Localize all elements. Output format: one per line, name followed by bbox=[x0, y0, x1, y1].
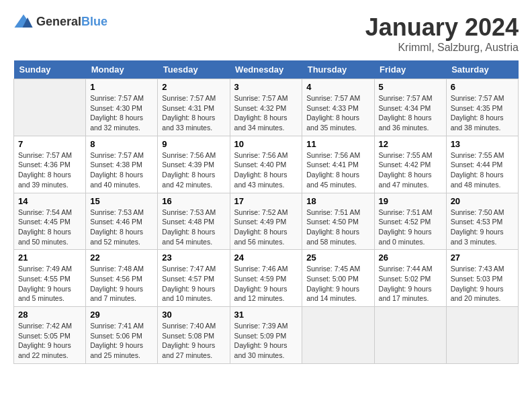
day-info: Sunrise: 7:44 AMSunset: 5:02 PMDaylight:… bbox=[379, 264, 442, 304]
day-header-sunday: Sunday bbox=[14, 60, 86, 79]
day-number: 22 bbox=[90, 253, 153, 263]
day-header-monday: Monday bbox=[86, 60, 158, 79]
day-info: Sunrise: 7:40 AMSunset: 5:08 PMDaylight:… bbox=[162, 321, 225, 361]
day-info: Sunrise: 7:57 AMSunset: 4:33 PMDaylight:… bbox=[306, 93, 369, 133]
day-info: Sunrise: 7:43 AMSunset: 5:03 PMDaylight:… bbox=[451, 264, 514, 304]
day-number: 2 bbox=[162, 82, 225, 92]
day-cell: 10Sunrise: 7:56 AMSunset: 4:40 PMDayligh… bbox=[230, 136, 302, 193]
day-cell: 8Sunrise: 7:57 AMSunset: 4:38 PMDaylight… bbox=[86, 136, 158, 193]
day-number: 20 bbox=[451, 196, 514, 206]
day-number: 4 bbox=[306, 82, 369, 92]
day-info: Sunrise: 7:52 AMSunset: 4:49 PMDaylight:… bbox=[234, 208, 298, 247]
logo-blue: Blue bbox=[81, 15, 107, 28]
day-number: 26 bbox=[379, 253, 442, 263]
day-cell: 13Sunrise: 7:55 AMSunset: 4:44 PMDayligh… bbox=[446, 136, 518, 193]
day-number: 6 bbox=[451, 82, 514, 92]
day-info: Sunrise: 7:55 AMSunset: 4:44 PMDaylight:… bbox=[451, 150, 514, 190]
day-number: 1 bbox=[90, 82, 153, 92]
day-header-wednesday: Wednesday bbox=[230, 60, 302, 79]
day-cell: 2Sunrise: 7:57 AMSunset: 4:31 PMDaylight… bbox=[158, 79, 230, 136]
day-cell: 19Sunrise: 7:51 AMSunset: 4:52 PMDayligh… bbox=[374, 193, 446, 250]
day-info: Sunrise: 7:57 AMSunset: 4:34 PMDaylight:… bbox=[379, 93, 442, 133]
day-cell: 14Sunrise: 7:54 AMSunset: 4:45 PMDayligh… bbox=[14, 193, 86, 250]
day-cell: 15Sunrise: 7:53 AMSunset: 4:46 PMDayligh… bbox=[86, 193, 158, 250]
day-number: 3 bbox=[234, 82, 298, 92]
day-number: 25 bbox=[306, 253, 369, 263]
day-cell: 27Sunrise: 7:43 AMSunset: 5:03 PMDayligh… bbox=[446, 250, 518, 307]
day-number: 7 bbox=[18, 139, 81, 149]
day-number: 21 bbox=[18, 253, 81, 263]
day-cell: 16Sunrise: 7:53 AMSunset: 4:48 PMDayligh… bbox=[158, 193, 230, 250]
day-cell: 21Sunrise: 7:49 AMSunset: 4:55 PMDayligh… bbox=[14, 250, 86, 307]
main-title: January 2024 bbox=[365, 13, 519, 42]
week-row-2: 14Sunrise: 7:54 AMSunset: 4:45 PMDayligh… bbox=[14, 193, 519, 250]
day-info: Sunrise: 7:41 AMSunset: 5:06 PMDaylight:… bbox=[90, 321, 153, 361]
day-cell bbox=[14, 79, 86, 136]
day-cell: 4Sunrise: 7:57 AMSunset: 4:33 PMDaylight… bbox=[302, 79, 374, 136]
day-cell: 20Sunrise: 7:50 AMSunset: 4:53 PMDayligh… bbox=[446, 193, 518, 250]
week-row-1: 7Sunrise: 7:57 AMSunset: 4:36 PMDaylight… bbox=[14, 136, 519, 193]
day-number: 9 bbox=[162, 139, 225, 149]
day-cell bbox=[374, 307, 446, 364]
day-cell: 24Sunrise: 7:46 AMSunset: 4:59 PMDayligh… bbox=[230, 250, 302, 307]
day-number: 30 bbox=[162, 310, 225, 320]
day-header-thursday: Thursday bbox=[302, 60, 374, 79]
calendar-header: SundayMondayTuesdayWednesdayThursdayFrid… bbox=[14, 60, 519, 79]
day-info: Sunrise: 7:55 AMSunset: 4:42 PMDaylight:… bbox=[379, 150, 442, 190]
day-cell: 6Sunrise: 7:57 AMSunset: 4:35 PMDaylight… bbox=[446, 79, 518, 136]
title-area: January 2024 Krimml, Salzburg, Austria bbox=[365, 13, 519, 54]
day-info: Sunrise: 7:57 AMSunset: 4:36 PMDaylight:… bbox=[18, 150, 81, 190]
day-cell: 28Sunrise: 7:42 AMSunset: 5:05 PMDayligh… bbox=[14, 307, 86, 364]
day-cell: 26Sunrise: 7:44 AMSunset: 5:02 PMDayligh… bbox=[374, 250, 446, 307]
day-cell bbox=[302, 307, 374, 364]
day-info: Sunrise: 7:54 AMSunset: 4:45 PMDaylight:… bbox=[18, 208, 81, 247]
day-header-friday: Friday bbox=[374, 60, 446, 79]
day-cell: 31Sunrise: 7:39 AMSunset: 5:09 PMDayligh… bbox=[230, 307, 302, 364]
day-number: 18 bbox=[306, 196, 369, 206]
day-number: 16 bbox=[162, 196, 225, 206]
day-info: Sunrise: 7:57 AMSunset: 4:31 PMDaylight:… bbox=[162, 93, 225, 133]
day-info: Sunrise: 7:53 AMSunset: 4:48 PMDaylight:… bbox=[162, 208, 225, 247]
day-info: Sunrise: 7:47 AMSunset: 4:57 PMDaylight:… bbox=[162, 264, 225, 304]
day-number: 11 bbox=[306, 139, 369, 149]
day-info: Sunrise: 7:53 AMSunset: 4:46 PMDaylight:… bbox=[90, 208, 153, 247]
day-cell: 1Sunrise: 7:57 AMSunset: 4:30 PMDaylight… bbox=[86, 79, 158, 136]
day-cell: 18Sunrise: 7:51 AMSunset: 4:50 PMDayligh… bbox=[302, 193, 374, 250]
day-info: Sunrise: 7:39 AMSunset: 5:09 PMDaylight:… bbox=[234, 321, 298, 361]
week-row-3: 21Sunrise: 7:49 AMSunset: 4:55 PMDayligh… bbox=[14, 250, 519, 307]
day-info: Sunrise: 7:45 AMSunset: 5:00 PMDaylight:… bbox=[306, 264, 369, 304]
logo: GeneralBlue bbox=[13, 13, 107, 30]
day-cell: 23Sunrise: 7:47 AMSunset: 4:57 PMDayligh… bbox=[158, 250, 230, 307]
week-row-0: 1Sunrise: 7:57 AMSunset: 4:30 PMDaylight… bbox=[14, 79, 519, 136]
day-header-row: SundayMondayTuesdayWednesdayThursdayFrid… bbox=[14, 60, 519, 79]
day-cell: 3Sunrise: 7:57 AMSunset: 4:32 PMDaylight… bbox=[230, 79, 302, 136]
day-info: Sunrise: 7:48 AMSunset: 4:56 PMDaylight:… bbox=[90, 264, 153, 304]
day-number: 13 bbox=[451, 139, 514, 149]
day-info: Sunrise: 7:57 AMSunset: 4:38 PMDaylight:… bbox=[90, 150, 153, 190]
day-info: Sunrise: 7:46 AMSunset: 4:59 PMDaylight:… bbox=[234, 264, 298, 304]
day-info: Sunrise: 7:51 AMSunset: 4:52 PMDaylight:… bbox=[379, 208, 442, 247]
day-cell: 25Sunrise: 7:45 AMSunset: 5:00 PMDayligh… bbox=[302, 250, 374, 307]
day-cell: 9Sunrise: 7:56 AMSunset: 4:39 PMDaylight… bbox=[158, 136, 230, 193]
day-info: Sunrise: 7:56 AMSunset: 4:41 PMDaylight:… bbox=[306, 150, 369, 190]
day-info: Sunrise: 7:51 AMSunset: 4:50 PMDaylight:… bbox=[306, 208, 369, 247]
day-number: 15 bbox=[90, 196, 153, 206]
day-number: 5 bbox=[379, 82, 442, 92]
day-number: 10 bbox=[234, 139, 298, 149]
day-info: Sunrise: 7:56 AMSunset: 4:39 PMDaylight:… bbox=[162, 150, 225, 190]
day-number: 29 bbox=[90, 310, 153, 320]
day-info: Sunrise: 7:57 AMSunset: 4:32 PMDaylight:… bbox=[234, 93, 298, 133]
day-number: 19 bbox=[379, 196, 442, 206]
day-number: 12 bbox=[379, 139, 442, 149]
day-cell: 5Sunrise: 7:57 AMSunset: 4:34 PMDaylight… bbox=[374, 79, 446, 136]
day-number: 28 bbox=[18, 310, 81, 320]
logo-general: General bbox=[36, 15, 81, 28]
day-number: 14 bbox=[18, 196, 81, 206]
day-cell: 17Sunrise: 7:52 AMSunset: 4:49 PMDayligh… bbox=[230, 193, 302, 250]
day-cell: 7Sunrise: 7:57 AMSunset: 4:36 PMDaylight… bbox=[14, 136, 86, 193]
day-cell: 22Sunrise: 7:48 AMSunset: 4:56 PMDayligh… bbox=[86, 250, 158, 307]
day-cell: 11Sunrise: 7:56 AMSunset: 4:41 PMDayligh… bbox=[302, 136, 374, 193]
calendar-body: 1Sunrise: 7:57 AMSunset: 4:30 PMDaylight… bbox=[14, 79, 519, 364]
day-header-tuesday: Tuesday bbox=[158, 60, 230, 79]
day-number: 24 bbox=[234, 253, 298, 263]
